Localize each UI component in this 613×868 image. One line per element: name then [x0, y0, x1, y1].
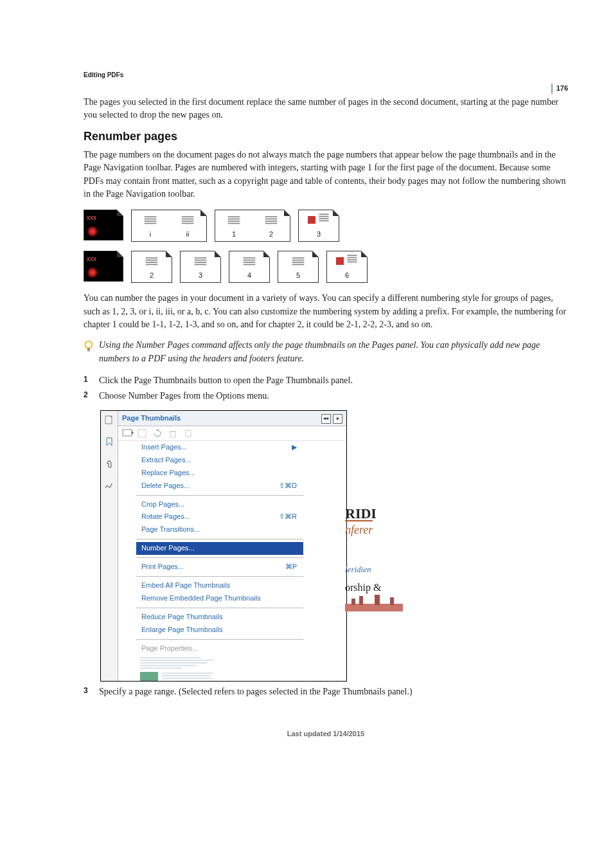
- svg-rect-1: [87, 348, 90, 350]
- menu-print-pages[interactable]: Print Pages...⌘P: [136, 561, 303, 574]
- page-thumbnails-panel-figure: Page Thumbnails ◂◂ ▸ Insert Pages...▶ Ex…: [100, 410, 347, 681]
- page-tool-icon: [184, 429, 193, 438]
- signatures-icon: [104, 480, 114, 491]
- section-label: Editing PDFs: [84, 71, 568, 80]
- svg-rect-23: [390, 597, 394, 605]
- svg-rect-15: [140, 672, 158, 681]
- svg-rect-5: [138, 429, 146, 437]
- svg-rect-4: [123, 429, 132, 436]
- attachment-icon: [104, 458, 114, 469]
- options-menu-icon: [122, 429, 131, 438]
- svg-rect-19: [345, 604, 403, 611]
- menu-delete-pages[interactable]: Delete Pages...⇧⌘D: [136, 480, 303, 493]
- menu-embed-thumbnails[interactable]: Embed All Page Thumbnails: [136, 579, 303, 592]
- panel-rail: [101, 411, 118, 680]
- thumbnail-preview-icon: [136, 655, 220, 681]
- panel-prev-icon: ◂◂: [321, 414, 331, 424]
- lightbulb-icon: [84, 340, 95, 353]
- svg-rect-22: [375, 595, 380, 605]
- step-1: 1Click the Page Thumbnails button to ope…: [84, 374, 568, 387]
- menu-page-transitions[interactable]: Page Transitions...: [136, 523, 303, 536]
- menu-number-pages[interactable]: Number Pages...: [136, 542, 303, 555]
- svg-rect-3: [105, 416, 112, 424]
- menu-crop-pages[interactable]: Crop Pages...: [136, 498, 303, 511]
- menu-replace-pages[interactable]: Replace Pages...: [136, 467, 303, 480]
- tool-icon: [138, 429, 147, 438]
- thumb-6: 6: [326, 251, 368, 283]
- footer-last-updated: Last updated 1/14/2015: [84, 729, 568, 739]
- panel-toolbar: [118, 426, 346, 441]
- thumb-3b: 3: [180, 251, 221, 283]
- panel-title: Page Thumbnails: [122, 413, 181, 424]
- page-number: 176: [551, 84, 568, 94]
- thumb-cover-2: xxx: [84, 251, 123, 282]
- menu-page-properties: Page Properties...: [136, 642, 303, 655]
- intro-continuation: The pages you selected in the first docu…: [84, 96, 568, 122]
- trash-tool-icon: [168, 429, 177, 438]
- svg-rect-6: [170, 431, 175, 437]
- step-2: 2Choose Number Pages from the Options me…: [84, 390, 568, 402]
- menu-extract-pages[interactable]: Extract Pages...: [136, 454, 303, 467]
- figure-row-1: xxx i ii 1 2 3: [84, 210, 568, 242]
- thumb-cover: xxx: [84, 210, 123, 240]
- thumb-3: 3: [298, 210, 339, 242]
- panel-next-icon: ▸: [333, 414, 342, 424]
- rotate-tool-icon: [153, 429, 162, 438]
- step-3: 3Specify a page range. (Selected refers …: [84, 685, 568, 698]
- options-menu: Insert Pages...▶ Extract Pages... Replac…: [136, 441, 303, 655]
- heading-renumber-pages: Renumber pages: [84, 128, 568, 145]
- svg-rect-21: [359, 596, 363, 605]
- menu-enlarge-thumbnails[interactable]: Enlarge Page Thumbnails: [136, 624, 303, 637]
- bookmark-icon: [104, 437, 114, 447]
- panel-side-art: RIDI nferer leridien orship &: [345, 507, 403, 611]
- svg-rect-8: [186, 430, 191, 437]
- paragraph-2: You can number the pages in your documen…: [84, 292, 568, 331]
- figure-row-2: xxx 2 3 4 5 6: [84, 251, 568, 283]
- thumb-5: 5: [278, 251, 319, 283]
- svg-point-0: [85, 341, 93, 348]
- svg-rect-20: [351, 599, 355, 605]
- panel-header: Page Thumbnails ◂◂ ▸: [118, 411, 346, 426]
- tip-text: Using the Number Pages command affects o…: [99, 339, 568, 365]
- thumb-4: 4: [229, 251, 270, 283]
- menu-reduce-thumbnails[interactable]: Reduce Page Thumbnails: [136, 611, 303, 624]
- thumb-2b: 2: [131, 251, 172, 283]
- thumb-roman: i ii: [131, 210, 207, 242]
- pages-icon: [104, 415, 114, 425]
- tip-note: Using the Number Pages command affects o…: [84, 339, 568, 365]
- paragraph-1: The page numbers on the document pages d…: [84, 149, 568, 201]
- menu-remove-embedded[interactable]: Remove Embedded Page Thumbnails: [136, 592, 303, 605]
- menu-rotate-pages[interactable]: Rotate Pages...⇧⌘R: [136, 511, 303, 523]
- thumb-arabic-12: 1 2: [215, 210, 290, 242]
- menu-insert-pages[interactable]: Insert Pages...▶: [136, 441, 303, 454]
